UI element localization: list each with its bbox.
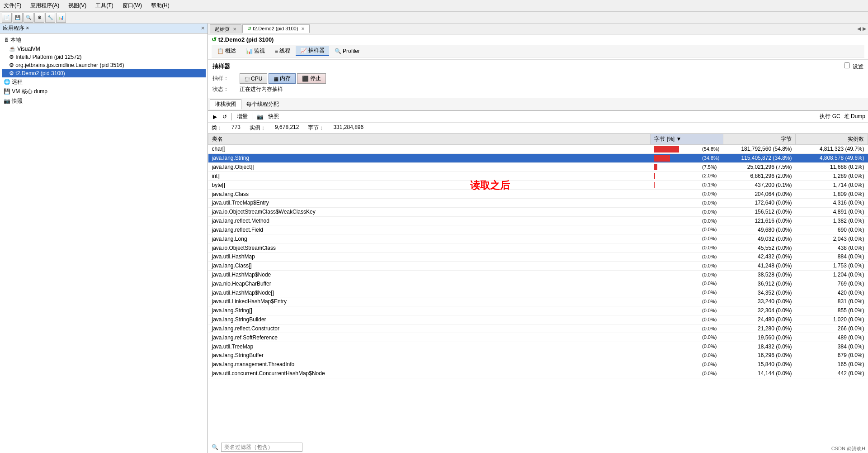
table-row[interactable]: java.lang.StringBuilder(0.0%)24,480 (0.0…: [208, 315, 868, 324]
menu-app[interactable]: 应用程序(A): [28, 1, 61, 10]
cpu-btn[interactable]: ⬚ CPU: [240, 73, 267, 84]
cell-instances: 266 (0.0%): [796, 324, 868, 333]
tree-item-visualvm[interactable]: ☕ VisualVM: [2, 45, 206, 53]
cell-bytes: 25,021,296 (7.5%): [723, 162, 796, 172]
nav-tab-monitor[interactable]: 📊 监视: [241, 46, 269, 56]
tree-item-launcher[interactable]: ⚙ org.jetbrains.jps.cmdline.Launcher (pi…: [2, 61, 206, 69]
menu-help[interactable]: 帮助(H): [149, 1, 171, 10]
table-row[interactable]: java.lang.Class(0.0%)204,064 (0.0%)1,809…: [208, 190, 868, 199]
nav-tab-overview[interactable]: 📋 概述: [212, 46, 241, 56]
threads-icon: ≡: [275, 48, 278, 54]
class-filter-input[interactable]: [221, 443, 302, 452]
table-row[interactable]: java.io.ObjectStreamClass(0.0%)45,552 (0…: [208, 243, 868, 253]
toolbar-btn-2[interactable]: 💾: [13, 13, 23, 23]
snapshot-icon: 📷: [4, 98, 12, 104]
cell-instances: 690 (0.0%): [796, 225, 868, 234]
nav-tab-threads[interactable]: ≡ 线程: [270, 46, 295, 56]
col-header-bytes[interactable]: 字节: [723, 134, 796, 145]
col-header-bytes-pct[interactable]: 字节 [%] ▼: [651, 134, 723, 145]
table-row[interactable]: java.lang.reflect.Method(0.0%)121,616 (0…: [208, 216, 868, 225]
table-row[interactable]: java.lang.Object[](7.5%)25,021,296 (7.5%…: [208, 162, 868, 172]
cell-bytes: 16,296 (0.0%): [723, 351, 796, 360]
tab-start-label: 起始页: [215, 26, 230, 32]
tree-item-local[interactable]: 🖥 本地: [2, 35, 206, 45]
table-row[interactable]: java.lang.management.ThreadInfo(0.0%)15,…: [208, 360, 868, 369]
remote-icon: 🌐: [4, 79, 12, 85]
toolbar-btn-5[interactable]: 🔧: [45, 13, 55, 23]
monitor-icon: 📊: [246, 48, 253, 54]
run-action-icon[interactable]: ▶: [211, 113, 219, 121]
menu-tools[interactable]: 工具(T): [94, 1, 115, 10]
menu-file[interactable]: 文件(F): [2, 1, 23, 10]
snapshot-btn[interactable]: 快照: [266, 112, 281, 121]
table-row[interactable]: java.util.LinkedHashMap$Entry(0.0%)33,24…: [208, 297, 868, 306]
menu-view[interactable]: 视图(V): [66, 1, 88, 10]
cell-instances: 438 (0.0%): [796, 243, 868, 253]
table-row[interactable]: java.lang.ref.SoftReference(0.0%)19,560 …: [208, 333, 868, 342]
table-row[interactable]: java.util.HashMap(0.0%)42,432 (0.0%)884 …: [208, 252, 868, 261]
cell-bytes-pct: (0.0%): [651, 261, 723, 270]
nav-tab-profiler[interactable]: 🔍 Profiler: [330, 46, 364, 56]
cell-bytes-pct: (0.0%): [651, 270, 723, 279]
tree-item-vm-dump[interactable]: 💾 VM 核心 dump: [2, 87, 206, 96]
cell-instances: 1,809 (0.0%): [796, 190, 868, 199]
toolbar-btn-6[interactable]: 📊: [56, 13, 66, 23]
cell-bytes-pct: (54.8%): [651, 145, 723, 154]
table-row[interactable]: java.util.HashMap$Node[](0.0%)34,352 (0.…: [208, 288, 868, 297]
stop-btn[interactable]: ⬛ 停止: [297, 73, 326, 84]
sub-tab-per-thread[interactable]: 每个线程分配: [241, 99, 284, 110]
toolbar-btn-3[interactable]: 🔍: [24, 13, 33, 23]
table-header-row: 类名 字节 [%] ▼ 字节 实例数: [208, 134, 868, 145]
col-header-instances[interactable]: 实例数: [796, 134, 868, 145]
memory-btn[interactable]: ▦ 内存: [269, 73, 296, 84]
tree-item-demo2[interactable]: ⚙ t2.Demo2 (pid 3100): [2, 69, 206, 77]
delta-btn[interactable]: 增量: [235, 112, 250, 121]
tab-prev-btn[interactable]: ◀: [857, 26, 861, 32]
table-row[interactable]: java.io.ObjectStreamClass$WeakClassKey(0…: [208, 207, 868, 216]
tab-start-close[interactable]: ✕: [233, 27, 236, 32]
table-row[interactable]: java.util.TreeMap$Entry(0.0%)172,640 (0.…: [208, 198, 868, 207]
cell-name: java.util.HashMap: [208, 252, 651, 261]
table-row[interactable]: java.lang.reflect.Field(0.0%)49,680 (0.0…: [208, 225, 868, 234]
camera-action-icon[interactable]: 📷: [256, 113, 264, 121]
tree-item-snapshot[interactable]: 📷 快照: [2, 96, 206, 106]
table-row[interactable]: char[](54.8%)181,792,560 (54.8%)4,811,32…: [208, 145, 868, 154]
table-row[interactable]: java.lang.Class[](0.0%)41,248 (0.0%)1,75…: [208, 261, 868, 270]
cell-bytes-pct: (0.0%): [651, 324, 723, 333]
cell-bytes: 21,280 (0.0%): [723, 324, 796, 333]
cell-bytes-pct: (0.0%): [651, 342, 723, 351]
table-row[interactable]: int[](2.0%)6,861,296 (2.0%)1,289 (0.0%): [208, 172, 868, 181]
table-row[interactable]: byte[](0.1%)437,200 (0.1%)1,714 (0.0%): [208, 181, 868, 190]
nav-tab-sampler[interactable]: 📈 抽样器: [296, 46, 329, 56]
toolbar-btn-4[interactable]: ⚙: [34, 13, 44, 23]
table-row[interactable]: java.lang.reflect.Constructor(0.0%)21,28…: [208, 324, 868, 333]
tab-start[interactable]: 起始页 ✕: [210, 24, 241, 33]
tab-demo2-close[interactable]: ✕: [301, 26, 305, 31]
toolbar-btn-1[interactable]: 📄: [2, 13, 12, 23]
sub-tab-heap[interactable]: 堆栈状图: [210, 99, 241, 110]
table-row[interactable]: java.lang.Long(0.0%)49,032 (0.0%)2,043 (…: [208, 234, 868, 243]
settings-checkbox[interactable]: [844, 62, 850, 68]
refresh-action-icon[interactable]: ↺: [221, 113, 229, 121]
tree-item-intellij[interactable]: ⚙ IntelliJ Platform (pid 12572): [2, 53, 206, 61]
tree-item-remote[interactable]: 🌐 远程: [2, 77, 206, 87]
table-row[interactable]: java.lang.String[](0.0%)32,304 (0.0%)855…: [208, 306, 868, 315]
left-panel-close-btn[interactable]: ✕: [201, 25, 205, 31]
stop-btn-label: 停止: [310, 75, 321, 82]
col-header-name[interactable]: 类名: [208, 134, 651, 145]
execute-gc-btn[interactable]: 执行 GC: [820, 113, 840, 120]
table-row[interactable]: java.util.concurrent.ConcurrentHashMap$N…: [208, 369, 868, 378]
tab-demo2[interactable]: ↺ t2.Demo2 (pid 3100) ✕: [242, 24, 310, 33]
table-row[interactable]: java.util.TreeMap(0.0%)18,432 (0.0%)384 …: [208, 342, 868, 351]
tab-next-btn[interactable]: ▶: [863, 26, 866, 32]
table-row[interactable]: java.util.HashMap$Node(0.0%)38,528 (0.0%…: [208, 270, 868, 279]
cpu-btn-label: CPU: [251, 76, 262, 82]
menu-window[interactable]: 窗口(W): [121, 1, 144, 10]
table-row[interactable]: java.lang.StringBuffer(0.0%)16,296 (0.0%…: [208, 351, 868, 360]
cell-bytes-pct: (0.0%): [651, 369, 723, 378]
cell-name: java.lang.Object[]: [208, 162, 651, 172]
table-row[interactable]: java.lang.String(34.8%)115,405,872 (34.8…: [208, 153, 868, 162]
heap-dump-btn[interactable]: 堆 Dump: [844, 113, 865, 120]
cell-name: char[]: [208, 145, 651, 154]
table-row[interactable]: java.nio.HeapCharBuffer(0.0%)36,912 (0.0…: [208, 279, 868, 288]
